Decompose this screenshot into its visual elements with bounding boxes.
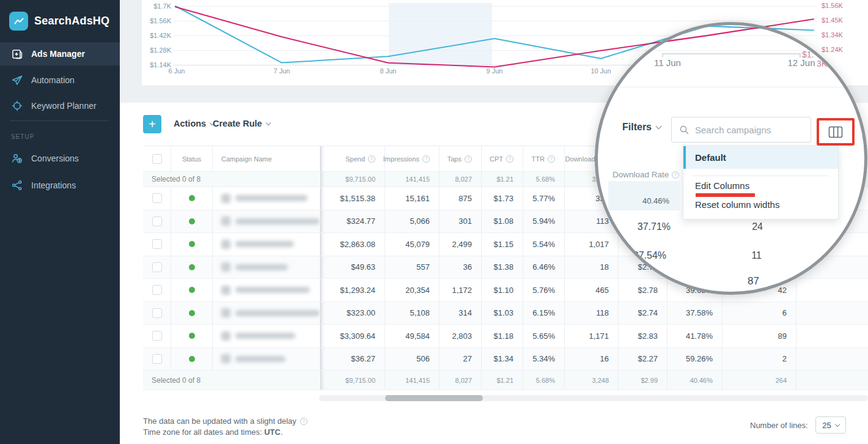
- cell-downloads: 1,171: [565, 325, 619, 347]
- magnified-cell: 37.71%: [609, 221, 671, 232]
- cell-cpt: $1.08: [482, 210, 523, 233]
- create-rule-label: Create Rule: [213, 119, 262, 128]
- info-icon[interactable]: [368, 155, 375, 163]
- menu-item-edit-columns[interactable]: Edit Columns: [695, 180, 749, 191]
- col-header-taps[interactable]: Taps: [440, 146, 482, 171]
- cell-rate: 37.58%: [668, 302, 723, 325]
- selected-count: Selected 0 of 8: [143, 172, 320, 187]
- col-header-status[interactable]: Status: [171, 146, 213, 171]
- x-axis-tick: 9 Jun: [476, 67, 513, 75]
- col-header-campaign-name[interactable]: Campaign Name: [213, 146, 320, 171]
- cell-taps: 2,803: [440, 325, 482, 347]
- y-axis-tick-left: $1.7K: [142, 2, 171, 10]
- col-header-impressions[interactable]: Impressions: [385, 146, 440, 171]
- table-row[interactable]: $323.00 5,108 314 $1.03 6.15% 118 $2.74 …: [143, 302, 868, 325]
- cell-filler: [796, 348, 868, 371]
- cell-cpt: $1.73: [482, 187, 523, 210]
- sidebar-item-ads-manager[interactable]: Ads Manager: [0, 42, 120, 65]
- cell-downloads: 16: [565, 348, 619, 371]
- timezone-note: Time zone for all dates and times: UTC .: [143, 427, 283, 437]
- cell-rate: 41.78%: [668, 325, 723, 347]
- search-input[interactable]: [695, 125, 803, 135]
- status-active-dot: [189, 333, 195, 339]
- row-checkbox[interactable]: [152, 354, 162, 364]
- cell-last: 6: [723, 302, 796, 325]
- delay-note-text: The data can be updated with a slight de…: [143, 416, 296, 426]
- sidebar-item-keyword-planner[interactable]: Keyword Planner: [0, 94, 120, 117]
- select-all-checkbox[interactable]: [152, 154, 162, 164]
- create-rule-dropdown[interactable]: Create Rule: [213, 119, 270, 128]
- selected-count: Selected 0 of 8: [143, 371, 320, 390]
- timezone-suffix: .: [281, 427, 283, 437]
- sidebar-item-automation[interactable]: Automation: [0, 68, 120, 92]
- magnified-cell: 24: [702, 221, 763, 232]
- cell-taps: 1,172: [440, 279, 482, 302]
- info-icon[interactable]: [548, 155, 555, 163]
- sidebar-item-conversions[interactable]: $ Conversions: [0, 147, 120, 170]
- campaign-name-redacted: [213, 233, 320, 256]
- magnified-cell: 40.46%: [608, 196, 669, 205]
- app-title: SearchAdsHQ: [34, 15, 109, 28]
- add-campaign-button[interactable]: +: [143, 115, 161, 133]
- row-checkbox[interactable]: [152, 216, 162, 226]
- magnified-x-axis: [662, 53, 801, 54]
- table-row[interactable]: $36.27 506 27 $1.34 5.34% 16 $2.27 59.26…: [143, 348, 868, 371]
- row-checkbox[interactable]: [152, 239, 162, 249]
- cell-spend: $36.27: [320, 348, 385, 371]
- summary-taps: 8,027: [440, 172, 482, 187]
- sidebar-item-integrations[interactable]: Integrations: [0, 174, 120, 197]
- info-icon[interactable]: [465, 155, 472, 163]
- campaign-name-redacted: [213, 279, 320, 302]
- network-icon: [11, 179, 23, 191]
- total-cpd: $2.99: [619, 371, 668, 390]
- y-axis-tick-right: $1.34K: [822, 31, 843, 39]
- y-axis-tick-left: $1.42K: [142, 32, 171, 39]
- status-active-dot: [189, 264, 195, 270]
- sidebar-item-label: Automation: [31, 75, 75, 85]
- y-axis-tick-left: $1.28K: [142, 46, 171, 54]
- app-logo[interactable]: SearchAdsHQ: [9, 12, 109, 31]
- cell-impressions: 5,108: [385, 302, 440, 325]
- scrollbar-thumb[interactable]: [385, 395, 483, 401]
- cell-impressions: 506: [385, 348, 440, 371]
- horizontal-scrollbar[interactable]: [319, 395, 868, 401]
- campaign-name-redacted: [213, 302, 320, 325]
- total-rate: 40.46%: [668, 371, 723, 390]
- info-icon[interactable]: [422, 155, 430, 163]
- cell-ttr: 5.54%: [523, 233, 565, 256]
- cell-taps: 27: [440, 348, 482, 371]
- actions-dropdown[interactable]: Actions: [174, 119, 214, 128]
- info-icon: [672, 171, 679, 179]
- row-checkbox[interactable]: [152, 331, 162, 341]
- campaign-name-redacted: [213, 325, 320, 347]
- col-header-ttr[interactable]: TTR: [523, 146, 565, 171]
- cell-spend: $1,293.24: [320, 279, 385, 302]
- total-cpt: $1.21: [482, 371, 523, 390]
- cell-taps: 875: [440, 187, 482, 210]
- target-icon: [11, 100, 23, 112]
- status-active-dot: [189, 241, 195, 247]
- row-checkbox[interactable]: [152, 193, 162, 203]
- col-header-cpt[interactable]: CPT: [482, 146, 523, 171]
- status-active-dot: [189, 310, 195, 316]
- sidebar-item-label: Ads Manager: [31, 49, 85, 59]
- table-row[interactable]: $3,309.64 49,584 2,803 $1.18 5.65% 1,171…: [143, 325, 868, 348]
- info-icon[interactable]: [506, 155, 513, 163]
- menu-item-reset-column-widths[interactable]: Reset column widths: [695, 199, 779, 210]
- menu-item-default[interactable]: Default: [683, 146, 838, 169]
- col-header-spend[interactable]: Spend: [320, 146, 385, 171]
- filters-dropdown[interactable]: Filters: [622, 122, 661, 133]
- magnified-cell: 11: [701, 250, 762, 261]
- number-of-lines-select[interactable]: 25: [815, 416, 846, 434]
- totals-row: Selected 0 of 8 $9,715.00 141,415 8,027 …: [143, 371, 868, 390]
- row-checkbox[interactable]: [152, 308, 162, 318]
- row-checkbox[interactable]: [152, 285, 162, 295]
- cell-impressions: 45,079: [385, 233, 440, 256]
- columns-icon[interactable]: [828, 126, 843, 138]
- y-axis-tick-right: $1.24K: [822, 46, 843, 53]
- cell-spend: $323.00: [320, 302, 385, 325]
- info-icon[interactable]: [300, 418, 307, 425]
- row-checkbox[interactable]: [152, 262, 162, 272]
- cell-ttr: 5.34%: [523, 348, 565, 371]
- y-axis-tick-right: $1.45K: [822, 17, 843, 24]
